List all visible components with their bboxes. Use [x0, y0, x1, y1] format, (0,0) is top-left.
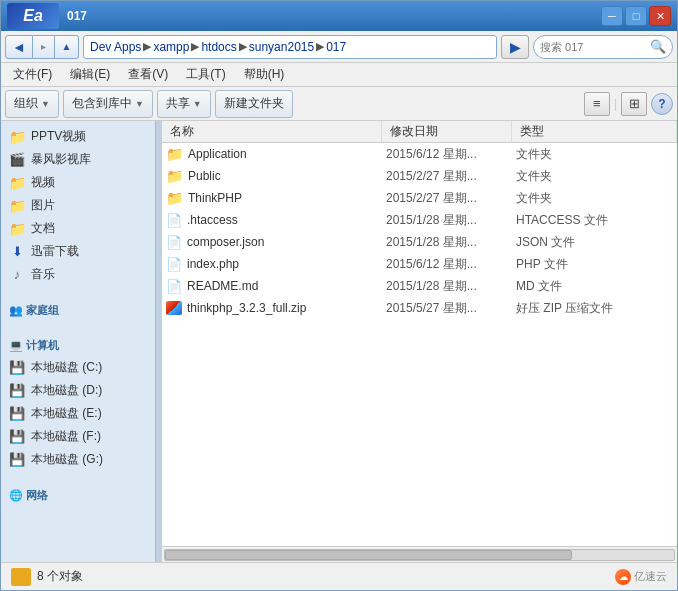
watermark: ☁ 亿速云 [615, 569, 667, 585]
index-icon: 📄 [166, 257, 182, 272]
file-type-composer: JSON 文件 [516, 234, 673, 251]
address-path[interactable]: Dev Apps ▶ xampp ▶ htdocs ▶ sunyan2015 ▶… [83, 35, 497, 59]
sidebar-item-documents[interactable]: 📁 文档 [1, 217, 155, 240]
path-sunyan[interactable]: sunyan2015 [249, 40, 314, 54]
file-type-application: 文件夹 [516, 146, 673, 163]
menu-view[interactable]: 查看(V) [120, 64, 176, 85]
title-bar-left: Ea 017 [7, 3, 87, 29]
col-header-type[interactable]: 类型 [512, 121, 677, 142]
sidebar-item-video[interactable]: 📁 视频 [1, 171, 155, 194]
view-toggle-button[interactable]: ≡ [584, 92, 610, 116]
sidebar-label-pictures: 图片 [31, 197, 55, 214]
go-button[interactable]: ▶ [501, 35, 529, 59]
path-sep-3: ▶ [239, 40, 247, 53]
sidebar-item-pictures[interactable]: 📁 图片 [1, 194, 155, 217]
up-button[interactable]: ▲ [55, 35, 79, 59]
horizontal-scrollbar-area [162, 546, 677, 562]
menu-tools[interactable]: 工具(T) [178, 64, 233, 85]
application-folder-icon: 📁 [166, 146, 183, 162]
file-date-thinkphp: 2015/2/27 星期... [386, 190, 516, 207]
path-devapps[interactable]: Dev Apps [90, 40, 141, 54]
maximize-button[interactable]: □ [625, 6, 647, 26]
path-xampp[interactable]: xampp [153, 40, 189, 54]
sidebar-label-pptv: PPTV视频 [31, 128, 86, 145]
file-row-htaccess[interactable]: 📄 .htaccess 2015/1/28 星期... HTACCESS 文件 [162, 209, 677, 231]
new-folder-label: 新建文件夹 [224, 95, 284, 112]
horizontal-scrollbar[interactable] [164, 549, 675, 561]
file-date-index: 2015/6/12 星期... [386, 256, 516, 273]
watermark-icon: ☁ [615, 569, 631, 585]
movie-icon: 🎬 [9, 152, 25, 168]
zip-icon [166, 301, 182, 315]
toolbar-right: ≡ | ⊞ ? [584, 92, 673, 116]
section-network-label: 网络 [26, 489, 48, 501]
section-computer-label: 计算机 [26, 339, 59, 351]
sidebar-label-movie: 暴风影视库 [31, 151, 91, 168]
path-017[interactable]: 017 [326, 40, 346, 54]
organize-arrow: ▼ [41, 99, 50, 109]
sidebar-item-download[interactable]: ⬇ 迅雷下载 [1, 240, 155, 263]
file-row-readme[interactable]: 📄 README.md 2015/1/28 星期... MD 文件 [162, 275, 677, 297]
watermark-text: 亿速云 [634, 569, 667, 584]
file-row-composer[interactable]: 📄 composer.json 2015/1/28 星期... JSON 文件 [162, 231, 677, 253]
sidebar-item-drive-g[interactable]: 💾 本地磁盘 (G:) [1, 448, 155, 471]
back-button[interactable]: ◄ [5, 35, 33, 59]
drive-f-icon: 💾 [9, 429, 25, 445]
menu-edit[interactable]: 编辑(E) [62, 64, 118, 85]
file-row-zip[interactable]: thinkphp_3.2.3_full.zip 2015/5/27 星期... … [162, 297, 677, 319]
section-homegroup-label: 家庭组 [26, 304, 59, 316]
address-bar: ◄ ▸ ▲ Dev Apps ▶ xampp ▶ htdocs ▶ sunyan… [1, 31, 677, 63]
nav-button-group: ◄ ▸ ▲ [5, 35, 79, 59]
file-row-application[interactable]: 📁 Application 2015/6/12 星期... 文件夹 [162, 143, 677, 165]
sidebar-item-drive-f[interactable]: 💾 本地磁盘 (F:) [1, 425, 155, 448]
col-header-date[interactable]: 修改日期 [382, 121, 512, 142]
file-name-index: 📄 index.php [166, 257, 386, 272]
status-count: 8 个对象 [37, 568, 83, 585]
title-logo: Ea [7, 3, 59, 29]
path-htdocs[interactable]: htdocs [201, 40, 236, 54]
help-button[interactable]: ? [651, 93, 673, 115]
sidebar-label-drive-f: 本地磁盘 (F:) [31, 428, 101, 445]
file-name-readme: 📄 README.md [166, 279, 386, 294]
organize-button[interactable]: 组织 ▼ [5, 90, 59, 118]
search-icon[interactable]: 🔍 [650, 39, 666, 54]
file-type-readme: MD 文件 [516, 278, 673, 295]
htaccess-icon: 📄 [166, 213, 182, 228]
sidebar-item-music[interactable]: ♪ 音乐 [1, 263, 155, 286]
music-icon: ♪ [9, 267, 25, 283]
search-input[interactable] [540, 41, 650, 53]
menu-file[interactable]: 文件(F) [5, 64, 60, 85]
include-library-button[interactable]: 包含到库中 ▼ [63, 90, 153, 118]
title-buttons: ─ □ ✕ [601, 6, 671, 26]
file-row-public[interactable]: 📁 Public 2015/2/27 星期... 文件夹 [162, 165, 677, 187]
file-type-thinkphp: 文件夹 [516, 190, 673, 207]
drive-e-icon: 💾 [9, 406, 25, 422]
forward-button[interactable]: ▸ [33, 35, 55, 59]
file-list: 📁 Application 2015/6/12 星期... 文件夹 📁 Publ… [162, 143, 677, 546]
drive-g-icon: 💾 [9, 452, 25, 468]
view-size-button[interactable]: ⊞ [621, 92, 647, 116]
sidebar-item-drive-d[interactable]: 💾 本地磁盘 (D:) [1, 379, 155, 402]
new-folder-button[interactable]: 新建文件夹 [215, 90, 293, 118]
scrollbar-thumb [165, 550, 572, 560]
section-computer: 💻 计算机 [1, 335, 155, 356]
include-label: 包含到库中 [72, 95, 132, 112]
sidebar-item-movie[interactable]: 🎬 暴风影视库 [1, 148, 155, 171]
menu-help[interactable]: 帮助(H) [236, 64, 293, 85]
pptv-icon: 📁 [9, 129, 25, 145]
sidebar-label-download: 迅雷下载 [31, 243, 79, 260]
sidebar-item-drive-e[interactable]: 💾 本地磁盘 (E:) [1, 402, 155, 425]
share-button[interactable]: 共享 ▼ [157, 90, 211, 118]
search-box[interactable]: 🔍 [533, 35, 673, 59]
sidebar-item-pptv[interactable]: 📁 PPTV视频 [1, 125, 155, 148]
file-row-thinkphp[interactable]: 📁 ThinkPHP 2015/2/27 星期... 文件夹 [162, 187, 677, 209]
close-button[interactable]: ✕ [649, 6, 671, 26]
col-header-name[interactable]: 名称 [162, 121, 382, 142]
file-row-index[interactable]: 📄 index.php 2015/6/12 星期... PHP 文件 [162, 253, 677, 275]
file-name-public: 📁 Public [166, 168, 386, 184]
file-type-public: 文件夹 [516, 168, 673, 185]
minimize-button[interactable]: ─ [601, 6, 623, 26]
section-homegroup: 👥 家庭组 [1, 300, 155, 321]
sidebar-item-drive-c[interactable]: 💾 本地磁盘 (C:) [1, 356, 155, 379]
include-arrow: ▼ [135, 99, 144, 109]
